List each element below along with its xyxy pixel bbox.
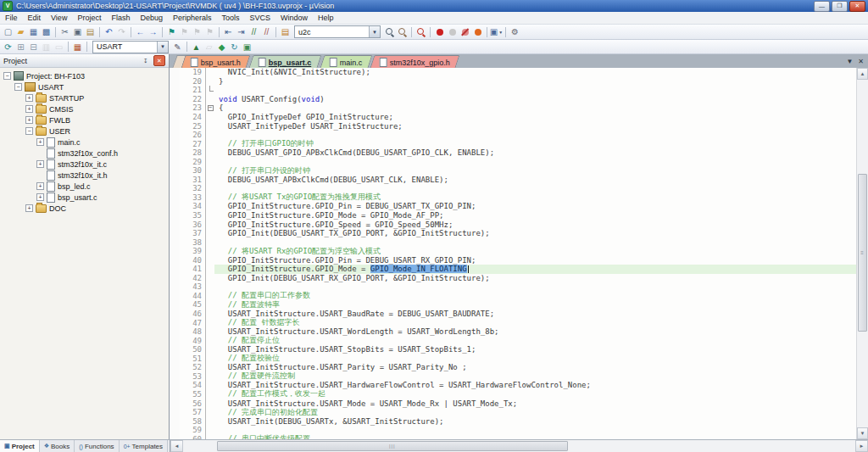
tree-item-usart[interactable]: −USART [0,81,169,92]
rebuild-icon[interactable]: ⊟ [27,41,40,53]
tree-item-main-c[interactable]: +main.c [0,137,169,148]
tree-item-stm32f10x-it-c[interactable]: +stm32f10x_it.c [0,159,169,170]
breakpoint-margin[interactable] [170,237,180,247]
code-line[interactable]: 55 // 配置工作模式，收发一起 [170,390,856,399]
breakpoint-margin[interactable] [170,211,180,220]
copy-icon[interactable]: ▣ [71,26,84,38]
breakpoint-margin[interactable] [170,327,180,337]
download-icon[interactable]: ▦ [71,41,84,53]
breakpoint-margin[interactable] [170,247,180,256]
code-line[interactable]: 37 GPIO_Init(DEBUG_USART_TX_GPIO_PORT, &… [170,229,856,238]
breakpoint-margin[interactable] [170,363,180,372]
paste-icon[interactable]: ▤ [84,26,97,38]
panel-close-icon[interactable]: ✕ [153,55,165,66]
tree-item-stm32f10x-it-h[interactable]: stm32f10x_it.h [0,170,169,181]
restore-button[interactable]: ❐ [832,1,848,12]
tree-item-cmsis[interactable]: +CMSIS [0,103,169,114]
menu-tools[interactable]: Tools [216,14,244,22]
breakpoint-margin[interactable] [170,300,180,310]
close-button[interactable]: ✕ [849,1,865,12]
horizontal-scrollbar[interactable]: ◄ ||| ► [170,440,868,452]
code-line[interactable]: 28 DEBUG_USART_GPIO_APBxClkCmd(DEBUG_USA… [170,148,856,158]
code-line[interactable]: 27 // 打开串口GPIO的时钟 [170,139,856,148]
code-line[interactable]: 33 // 将USART Tx的GPIO配置为推挽复用模式 [170,193,856,203]
tab-scroll-down-icon[interactable]: ▼ [846,58,853,65]
horizontal-scroll-track[interactable]: ||| [183,440,855,452]
breakpoint-margin[interactable] [170,336,180,345]
target-combobox[interactable]: USART▼ [92,41,169,53]
menu-file[interactable]: File [0,14,23,22]
breakpoint-margin[interactable] [170,148,180,158]
breakpoint-margin[interactable] [170,399,180,408]
undo-icon[interactable]: ↶ [103,26,115,38]
window-layout-icon[interactable]: ▣▼ [490,26,503,38]
code-line[interactable]: 45 // 配置波特率 [170,300,856,310]
tree-item-bsp-led-c[interactable]: +bsp_led.c [0,181,169,192]
code-line[interactable]: 57 // 完成串口的初始化配置 [170,408,856,417]
indent-icon[interactable]: ⇥ [235,26,248,38]
scroll-left-icon[interactable]: ◄ [170,440,183,452]
tab-bsp_usart-c[interactable]: bsp_usart.c [249,55,321,68]
incremental-find-icon[interactable] [396,26,409,38]
comment-icon[interactable]: // [248,26,260,38]
menu-project[interactable]: Project [72,14,106,22]
tab-main-c[interactable]: main.c [320,55,371,68]
tree-expander-icon[interactable]: + [36,138,44,146]
breakpoint-margin[interactable] [170,318,180,327]
tree-item-user[interactable]: −USER [0,126,169,137]
scroll-right-icon[interactable]: ► [855,440,868,452]
breakpoint-margin[interactable] [170,220,180,229]
tree-expander-icon[interactable]: + [25,94,33,102]
tab-stm32f10x_gpio-h[interactable]: stm32f10x_gpio.h [370,55,460,68]
breakpoint-margin[interactable] [170,113,180,122]
vertical-scroll-thumb[interactable]: ≡ [858,174,867,332]
tree-expander-icon[interactable]: − [14,83,22,91]
menu-view[interactable]: View [46,14,72,22]
breakpoint-margin[interactable] [170,255,180,265]
navigate-forward-icon[interactable]: → [147,26,159,38]
tree-expander-icon[interactable]: + [25,204,33,212]
tree-item-startup[interactable]: +STARTUP [0,92,169,103]
update-icon[interactable]: ↻ [228,41,241,53]
code-line[interactable]: 22void USART_Config(void) [170,95,856,104]
pin-icon[interactable]: ↧ [140,55,152,66]
uncomment-icon[interactable]: // [260,26,273,38]
breakpoint-margin[interactable] [170,139,180,148]
panel-tab-project[interactable]: ▣Project [0,440,40,452]
code-line[interactable]: 20} [170,77,856,86]
breakpoint-margin[interactable] [170,265,180,274]
breakpoint-margin[interactable] [170,202,180,211]
breakpoint-margin[interactable] [170,176,180,185]
code-line[interactable]: 30 // 打开串口外设的时钟 [170,166,856,176]
breakpoint-margin[interactable] [170,390,180,399]
configure-icon[interactable]: ⚙ [509,26,521,38]
menu-peripherals[interactable]: Peripherals [168,14,217,22]
tree-item-project-bh-f103[interactable]: −Project: BH-F103 [0,70,169,81]
breakpoint-margin[interactable] [170,157,180,166]
disable-all-breakpoints-icon[interactable] [459,26,471,38]
enable-breakpoint-icon[interactable] [446,26,459,38]
breakpoint-margin[interactable] [170,426,180,435]
menu-flash[interactable]: Flash [106,14,135,22]
breakpoint-margin[interactable] [170,292,180,301]
breakpoint-margin[interactable] [170,345,180,354]
breakpoint-margin[interactable] [170,408,180,417]
breakpoint-margin[interactable] [170,95,180,104]
horizontal-scroll-thumb[interactable]: ||| [217,441,568,451]
manage-rte-icon[interactable]: ◆ [215,41,228,53]
breakpoint-margin[interactable] [170,310,180,319]
tab-close-icon[interactable]: ✕ [858,58,864,65]
manage-project-items-icon[interactable]: ▲ [190,41,203,53]
tree-item-doc[interactable]: +DOC [0,203,169,214]
scroll-down-icon[interactable]: ▼ [857,427,868,439]
outdent-icon[interactable]: ⇤ [222,26,235,38]
save-icon[interactable]: ▦ [27,26,40,38]
menu-help[interactable]: Help [313,14,339,22]
tree-expander-icon[interactable]: + [36,193,44,201]
translate-icon[interactable]: ⟳ [2,41,14,53]
breakpoint-margin[interactable] [170,68,180,77]
menu-svcs[interactable]: SVCS [245,14,276,22]
find-icon[interactable] [415,26,427,38]
tree-expander-icon[interactable]: − [25,127,33,135]
search-combobox[interactable]: u2c▼ [294,25,381,38]
